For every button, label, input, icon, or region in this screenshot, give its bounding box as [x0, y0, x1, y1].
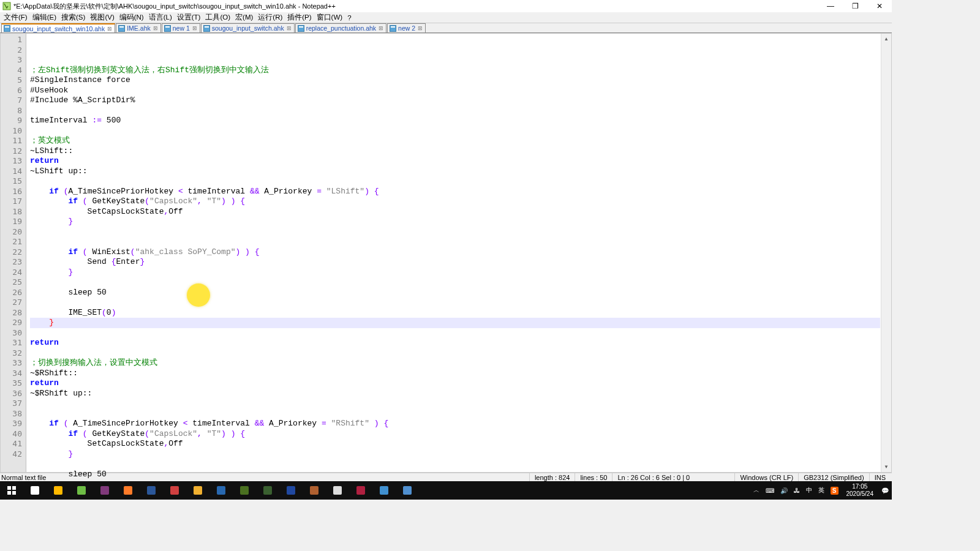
file-tab[interactable]: new 1⊠ — [162, 23, 200, 32]
code-line[interactable]: } — [30, 318, 891, 328]
tray-keyboard-icon[interactable]: ⌨ — [763, 481, 777, 500]
code-line[interactable]: sleep 50 — [30, 288, 891, 298]
taskbar-app[interactable] — [70, 481, 93, 500]
minimize-button[interactable]: — — [818, 0, 843, 12]
code-line[interactable] — [30, 237, 891, 247]
scroll-up-icon[interactable]: ▲ — [881, 34, 891, 44]
taskbar-app[interactable] — [209, 481, 233, 500]
tab-close-icon[interactable]: ⊠ — [286, 25, 292, 31]
taskbar-app[interactable] — [303, 481, 326, 500]
code-line[interactable]: return — [30, 338, 891, 348]
maximize-button[interactable]: ❐ — [843, 0, 867, 12]
code-line[interactable] — [30, 227, 891, 238]
taskbar-app[interactable] — [349, 481, 372, 500]
code-line[interactable]: ~LShift up:: — [30, 167, 891, 177]
code-line[interactable]: if ( GetKeyState("CapsLock", "T") ) { — [30, 429, 891, 440]
code-line[interactable]: SetCapsLockState,Off — [30, 439, 891, 449]
taskbar-app[interactable] — [233, 481, 256, 500]
tab-close-icon[interactable]: ⊠ — [378, 25, 384, 31]
code-line[interactable]: if ( GetKeyState("CapsLock", "T") ) { — [30, 197, 891, 207]
taskbar-app[interactable] — [116, 481, 140, 500]
menu-item[interactable]: 宏(M) — [233, 13, 255, 22]
tray-volume-icon[interactable]: 🔊 — [777, 481, 791, 500]
taskbar-app[interactable] — [326, 481, 349, 500]
code-line[interactable]: } — [30, 268, 891, 278]
code-line[interactable]: SetCapsLockState,Off — [30, 207, 891, 217]
code-line[interactable] — [30, 298, 891, 308]
file-tab[interactable]: IME.ahk⊠ — [116, 23, 161, 32]
taskbar-app[interactable] — [372, 481, 396, 500]
menu-item[interactable]: 工具(O) — [203, 13, 233, 22]
code-line[interactable]: #Include %A_ScriptDir% — [30, 96, 891, 106]
code-line[interactable] — [30, 277, 891, 288]
code-line[interactable]: timeInterval := 500 — [30, 116, 891, 126]
titlebar: *E:\AppData\我的坚果云\软件\定制\AHK\sougou_input… — [0, 0, 892, 12]
code-line[interactable]: if (A_TimeSincePriorHotkey < timeInterva… — [30, 187, 891, 197]
code-line[interactable]: #SingleInstance force — [30, 75, 891, 86]
scroll-down-icon[interactable]: ▼ — [881, 462, 891, 472]
taskbar-app[interactable] — [93, 481, 116, 500]
menu-item[interactable]: 窗口(W) — [314, 13, 345, 22]
file-tab[interactable]: sougou_input_switch_win10.ahk⊠ — [1, 23, 115, 32]
tab-close-icon[interactable]: ⊠ — [107, 26, 113, 32]
taskbar-app[interactable] — [186, 481, 209, 500]
tray-chevron-icon[interactable]: ︿ — [750, 481, 763, 500]
code-line[interactable]: } — [30, 217, 891, 227]
code-line[interactable]: ~LShift:: — [30, 146, 891, 157]
code-line[interactable] — [30, 106, 891, 116]
menu-item[interactable]: 设置(T) — [175, 13, 203, 22]
code-line[interactable]: } — [30, 449, 891, 460]
taskbar-app[interactable] — [140, 481, 163, 500]
menu-item[interactable]: 视图(V) — [88, 13, 116, 22]
code-line[interactable] — [30, 399, 891, 409]
code-line[interactable] — [30, 328, 891, 339]
code-line[interactable]: IME_SET(0) — [30, 308, 891, 318]
menu-item[interactable]: ? — [345, 14, 353, 21]
menu-item[interactable]: 插件(P) — [285, 13, 314, 22]
file-tab[interactable]: new 2⊠ — [387, 23, 426, 32]
taskbar-app[interactable] — [279, 481, 303, 500]
code-line[interactable]: ~$RShift:: — [30, 369, 891, 379]
code-line[interactable] — [30, 348, 891, 359]
code-line[interactable] — [30, 126, 891, 137]
code-line[interactable]: if ( WinExist("ahk_class SoPY_Comp") ) { — [30, 247, 891, 258]
code-line[interactable]: return — [30, 378, 891, 389]
menu-item[interactable]: 搜索(S) — [59, 13, 88, 22]
taskbar-app[interactable] — [256, 481, 279, 500]
vertical-scrollbar[interactable]: ▲ ▼ — [881, 34, 891, 472]
tray-network-icon[interactable]: 🖧 — [791, 481, 803, 500]
taskbar-app[interactable] — [163, 481, 186, 500]
code-line[interactable] — [30, 459, 891, 470]
clock[interactable]: 17:05 2020/5/24 — [842, 483, 879, 498]
tray-sogou-icon[interactable]: S — [827, 481, 842, 500]
tab-close-icon[interactable]: ⊠ — [192, 25, 198, 31]
code-line[interactable]: ~$RShift up:: — [30, 389, 891, 399]
code-line[interactable]: return — [30, 156, 891, 167]
start-button[interactable] — [0, 481, 23, 500]
menu-item[interactable]: 编码(N) — [117, 13, 146, 22]
tray-ime2[interactable]: 英 — [815, 481, 827, 500]
menu-item[interactable]: 文件(F) — [1, 13, 30, 22]
code-line[interactable]: ；英文模式 — [30, 136, 891, 146]
code-line[interactable]: Send {Enter} — [30, 257, 891, 268]
code-line[interactable]: ；左Shift强制切换到英文输入法，右Shift强制切换到中文输入法 — [30, 66, 891, 76]
close-button[interactable]: ✕ — [867, 0, 892, 12]
code-line[interactable]: if ( A_TimeSincePriorHotkey < timeInterv… — [30, 419, 891, 429]
code-area[interactable]: ；左Shift强制切换到英文输入法，右Shift强制切换到中文输入法#Singl… — [26, 34, 891, 472]
tab-close-icon[interactable]: ⊠ — [417, 25, 423, 31]
menu-item[interactable]: 编辑(E) — [30, 13, 59, 22]
taskbar-app[interactable] — [23, 481, 47, 500]
menu-item[interactable]: 运行(R) — [255, 13, 285, 22]
taskbar-app[interactable] — [47, 481, 70, 500]
code-line[interactable]: ；切换到搜狗输入法，设置中文模式 — [30, 358, 891, 369]
code-line[interactable] — [30, 176, 891, 187]
file-tab[interactable]: sougou_input_switch.ahk⊠ — [201, 23, 295, 32]
notifications-icon[interactable]: 💬 — [878, 481, 892, 500]
tab-close-icon[interactable]: ⊠ — [153, 25, 159, 31]
code-line[interactable] — [30, 409, 891, 419]
taskbar-app[interactable] — [396, 481, 419, 500]
code-line[interactable]: #UseHook — [30, 86, 891, 96]
tray-ime1[interactable]: 中 — [803, 481, 815, 500]
menu-item[interactable]: 语言(L) — [146, 13, 175, 22]
file-tab[interactable]: replace_punctuation.ahk⊠ — [295, 23, 386, 32]
